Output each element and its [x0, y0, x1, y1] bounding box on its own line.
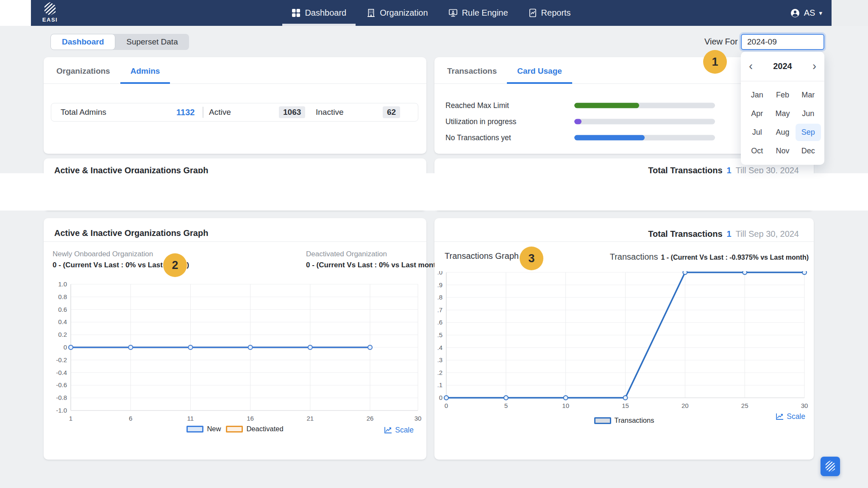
nav-label-reports: Reports — [541, 8, 571, 18]
usage-bar-track — [574, 103, 715, 108]
total-admins-value[interactable]: 1132 — [176, 108, 195, 117]
svg-text:0: 0 — [439, 394, 442, 401]
org-graph-canvas: -1.0-0.8-0.6-0.4-0.200.20.40.60.81.01611… — [51, 281, 426, 433]
org-graph-card: Active & Inactive Organizations Graph Ne… — [44, 218, 426, 460]
month-cell-dec[interactable]: Dec — [796, 142, 821, 160]
svg-text:0.3: 0.3 — [438, 356, 442, 363]
nav-label-organization: Organization — [380, 8, 428, 18]
datepicker-year[interactable]: 2024 — [773, 61, 792, 71]
svg-text:1.0: 1.0 — [58, 281, 67, 288]
usage-bar-label: Reached Max Limit — [445, 101, 509, 110]
tab-transactions[interactable]: Transactions — [437, 57, 507, 84]
month-cell-may[interactable]: May — [770, 105, 795, 122]
nav-item-organization[interactable]: Organization — [356, 0, 438, 26]
svg-text:0.6: 0.6 — [58, 306, 67, 313]
svg-text:15: 15 — [622, 402, 629, 409]
transactions-series-header: Transactions 1 - (Current Vs Last : -0.9… — [610, 252, 809, 262]
toggle-superset-data[interactable]: Superset Data — [115, 34, 189, 50]
page-top-left-gap — [0, 0, 31, 26]
svg-text:16: 16 — [247, 415, 254, 422]
legend-swatch-transactions — [594, 417, 611, 424]
svg-text:0.7: 0.7 — [438, 306, 442, 313]
org-scale-button[interactable]: Scale — [384, 426, 414, 435]
active-count-badge: 1063 — [279, 106, 305, 118]
svg-text:-0.4: -0.4 — [56, 369, 67, 376]
nav-label-dashboard: Dashboard — [305, 8, 346, 18]
legend-item-deactivated[interactable]: Deactivated — [226, 425, 283, 433]
usage-bar-fill — [574, 135, 645, 141]
svg-text:1.0: 1.0 — [438, 271, 442, 276]
svg-text:20: 20 — [682, 402, 689, 409]
svg-text:-1.0: -1.0 — [56, 407, 67, 414]
month-cell-aug[interactable]: Aug — [770, 124, 795, 141]
transactions-series-label: Transactions — [610, 252, 658, 262]
legend-label-new: New — [207, 425, 221, 433]
month-cell-oct[interactable]: Oct — [744, 142, 770, 160]
svg-text:0.8: 0.8 — [438, 294, 442, 301]
scale-chart-icon — [776, 413, 784, 420]
tab-organizations[interactable]: Organizations — [46, 57, 120, 84]
stat-divider — [203, 107, 203, 118]
month-cell-sep-selected[interactable]: Sep — [796, 124, 821, 141]
month-picker-input[interactable]: 2024-09 — [741, 34, 824, 50]
tab-admins[interactable]: Admins — [120, 57, 170, 84]
svg-text:-0.2: -0.2 — [56, 356, 67, 363]
usage-bar-track — [574, 119, 715, 125]
nav-item-dashboard[interactable]: Dashboard — [281, 0, 356, 26]
legend-swatch-new — [186, 426, 203, 433]
svg-text:0.1: 0.1 — [438, 381, 442, 388]
header-divider — [434, 241, 814, 242]
month-cell-apr[interactable]: Apr — [744, 105, 770, 122]
user-menu[interactable]: AS ▾ — [790, 0, 822, 26]
top-navbar: EASI Dashboard Organization — [31, 0, 832, 26]
scrollbar-gutter — [832, 0, 868, 26]
svg-text:-0.8: -0.8 — [56, 394, 67, 401]
svg-text:0.5: 0.5 — [438, 331, 442, 338]
month-cell-feb[interactable]: Feb — [770, 86, 795, 104]
transactions-scale-button[interactable]: Scale — [776, 412, 805, 421]
view-toggle: Dashboard Superset Data — [50, 34, 189, 50]
chevron-down-icon: ▾ — [819, 10, 822, 16]
legend-item-transactions[interactable]: Transactions — [594, 416, 654, 424]
usage-bar-fill — [574, 103, 639, 108]
legend-label-deactivated: Deactivated — [246, 425, 283, 433]
svg-text:21: 21 — [306, 415, 314, 422]
svg-text:0.2: 0.2 — [438, 369, 442, 376]
month-cell-nov[interactable]: Nov — [770, 142, 795, 160]
annotation-badge-2: 2 — [163, 253, 187, 277]
month-cell-mar[interactable]: Mar — [796, 86, 821, 104]
svg-text:0: 0 — [64, 344, 67, 351]
active-label: Active — [209, 108, 231, 117]
svg-text:30: 30 — [801, 402, 808, 409]
svg-text:0: 0 — [445, 402, 448, 409]
organization-icon — [367, 8, 376, 17]
month-cell-jul[interactable]: Jul — [744, 124, 770, 141]
view-for-label: View For — [704, 37, 738, 47]
transactions-card-header: Total Transactions 1 Till Sep 30, 2024 — [648, 229, 799, 239]
nav-item-rule-engine[interactable]: Rule Engine — [438, 0, 518, 26]
svg-text:0.6: 0.6 — [438, 319, 442, 326]
transactions-legend: Transactions — [434, 416, 814, 424]
annotation-badge-1: 1 — [703, 50, 727, 74]
usage-bar-fill — [574, 119, 581, 125]
org-scale-label: Scale — [395, 426, 414, 435]
nav-label-rule-engine: Rule Engine — [462, 8, 508, 18]
user-initials: AS — [804, 8, 815, 18]
toggle-dashboard[interactable]: Dashboard — [50, 34, 115, 50]
transactions-series-delta: 1 - (Current Vs Last : -0.9375% vs Last … — [661, 254, 809, 261]
svg-text:0.4: 0.4 — [58, 318, 67, 325]
chevron-left-icon[interactable]: ‹ — [748, 61, 754, 72]
legend-item-new[interactable]: New — [186, 425, 221, 433]
legend-swatch-deactivated — [226, 426, 243, 433]
legend-label-transactions: Transactions — [615, 416, 654, 424]
datepicker-header: ‹ 2024 › — [741, 52, 824, 81]
chevron-right-icon[interactable]: › — [812, 61, 817, 72]
easi-floating-button[interactable] — [821, 457, 840, 476]
month-cell-jan[interactable]: Jan — [744, 86, 770, 104]
transactions-card: Total Transactions 1 Till Sep 30, 2024 T… — [434, 218, 814, 460]
svg-text:0.4: 0.4 — [438, 344, 442, 351]
nav-item-reports[interactable]: Reports — [518, 0, 581, 26]
month-cell-jun[interactable]: Jun — [796, 105, 821, 122]
tab-card-usage[interactable]: Card Usage — [507, 57, 572, 84]
svg-text:25: 25 — [741, 402, 748, 409]
